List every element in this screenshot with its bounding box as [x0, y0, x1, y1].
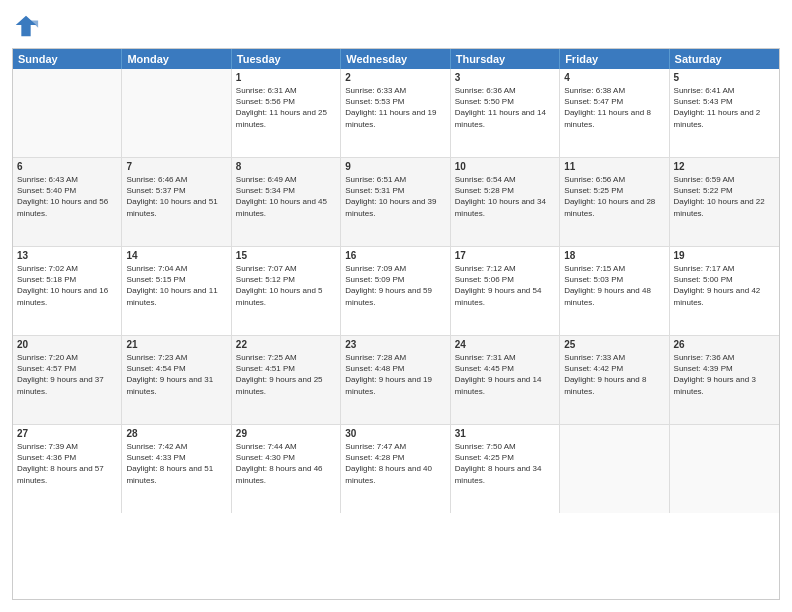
header-day-saturday: Saturday	[670, 49, 779, 69]
calendar-cell: 22 Sunrise: 7:25 AMSunset: 4:51 PMDaylig…	[232, 336, 341, 424]
cell-info: Sunrise: 7:31 AMSunset: 4:45 PMDaylight:…	[455, 352, 555, 397]
cell-info: Sunrise: 6:54 AMSunset: 5:28 PMDaylight:…	[455, 174, 555, 219]
day-number: 25	[564, 339, 664, 350]
cell-info: Sunrise: 7:28 AMSunset: 4:48 PMDaylight:…	[345, 352, 445, 397]
header-day-friday: Friday	[560, 49, 669, 69]
calendar-week-4: 20 Sunrise: 7:20 AMSunset: 4:57 PMDaylig…	[13, 336, 779, 425]
cell-info: Sunrise: 7:39 AMSunset: 4:36 PMDaylight:…	[17, 441, 117, 486]
calendar-cell	[560, 425, 669, 513]
header-day-wednesday: Wednesday	[341, 49, 450, 69]
day-number: 27	[17, 428, 117, 439]
cell-info: Sunrise: 7:47 AMSunset: 4:28 PMDaylight:…	[345, 441, 445, 486]
cell-info: Sunrise: 6:41 AMSunset: 5:43 PMDaylight:…	[674, 85, 775, 130]
calendar-cell: 4 Sunrise: 6:38 AMSunset: 5:47 PMDayligh…	[560, 69, 669, 157]
cell-info: Sunrise: 7:23 AMSunset: 4:54 PMDaylight:…	[126, 352, 226, 397]
day-number: 21	[126, 339, 226, 350]
calendar-cell: 7 Sunrise: 6:46 AMSunset: 5:37 PMDayligh…	[122, 158, 231, 246]
calendar-week-3: 13 Sunrise: 7:02 AMSunset: 5:18 PMDaylig…	[13, 247, 779, 336]
calendar-cell: 13 Sunrise: 7:02 AMSunset: 5:18 PMDaylig…	[13, 247, 122, 335]
page-header	[12, 12, 780, 40]
day-number: 23	[345, 339, 445, 350]
day-number: 1	[236, 72, 336, 83]
day-number: 22	[236, 339, 336, 350]
day-number: 20	[17, 339, 117, 350]
calendar-cell	[13, 69, 122, 157]
calendar-cell: 17 Sunrise: 7:12 AMSunset: 5:06 PMDaylig…	[451, 247, 560, 335]
day-number: 10	[455, 161, 555, 172]
calendar-cell: 21 Sunrise: 7:23 AMSunset: 4:54 PMDaylig…	[122, 336, 231, 424]
header-day-sunday: Sunday	[13, 49, 122, 69]
day-number: 2	[345, 72, 445, 83]
cell-info: Sunrise: 7:44 AMSunset: 4:30 PMDaylight:…	[236, 441, 336, 486]
calendar-cell: 10 Sunrise: 6:54 AMSunset: 5:28 PMDaylig…	[451, 158, 560, 246]
day-number: 8	[236, 161, 336, 172]
logo-icon	[12, 12, 40, 40]
day-number: 31	[455, 428, 555, 439]
calendar-cell	[670, 425, 779, 513]
calendar-cell: 3 Sunrise: 6:36 AMSunset: 5:50 PMDayligh…	[451, 69, 560, 157]
calendar-cell: 26 Sunrise: 7:36 AMSunset: 4:39 PMDaylig…	[670, 336, 779, 424]
calendar-cell: 20 Sunrise: 7:20 AMSunset: 4:57 PMDaylig…	[13, 336, 122, 424]
day-number: 28	[126, 428, 226, 439]
calendar-cell: 27 Sunrise: 7:39 AMSunset: 4:36 PMDaylig…	[13, 425, 122, 513]
cell-info: Sunrise: 6:36 AMSunset: 5:50 PMDaylight:…	[455, 85, 555, 130]
calendar-week-1: 1 Sunrise: 6:31 AMSunset: 5:56 PMDayligh…	[13, 69, 779, 158]
day-number: 11	[564, 161, 664, 172]
calendar-cell: 19 Sunrise: 7:17 AMSunset: 5:00 PMDaylig…	[670, 247, 779, 335]
cell-info: Sunrise: 7:09 AMSunset: 5:09 PMDaylight:…	[345, 263, 445, 308]
calendar-body: 1 Sunrise: 6:31 AMSunset: 5:56 PMDayligh…	[13, 69, 779, 513]
calendar-week-2: 6 Sunrise: 6:43 AMSunset: 5:40 PMDayligh…	[13, 158, 779, 247]
cell-info: Sunrise: 6:49 AMSunset: 5:34 PMDaylight:…	[236, 174, 336, 219]
calendar-cell: 30 Sunrise: 7:47 AMSunset: 4:28 PMDaylig…	[341, 425, 450, 513]
calendar-cell: 25 Sunrise: 7:33 AMSunset: 4:42 PMDaylig…	[560, 336, 669, 424]
logo	[12, 12, 44, 40]
calendar-cell: 29 Sunrise: 7:44 AMSunset: 4:30 PMDaylig…	[232, 425, 341, 513]
cell-info: Sunrise: 7:25 AMSunset: 4:51 PMDaylight:…	[236, 352, 336, 397]
cell-info: Sunrise: 6:31 AMSunset: 5:56 PMDaylight:…	[236, 85, 336, 130]
day-number: 24	[455, 339, 555, 350]
day-number: 18	[564, 250, 664, 261]
calendar-cell: 28 Sunrise: 7:42 AMSunset: 4:33 PMDaylig…	[122, 425, 231, 513]
cell-info: Sunrise: 7:50 AMSunset: 4:25 PMDaylight:…	[455, 441, 555, 486]
calendar-cell: 8 Sunrise: 6:49 AMSunset: 5:34 PMDayligh…	[232, 158, 341, 246]
header-day-monday: Monday	[122, 49, 231, 69]
calendar-cell	[122, 69, 231, 157]
calendar-cell: 31 Sunrise: 7:50 AMSunset: 4:25 PMDaylig…	[451, 425, 560, 513]
calendar-cell: 12 Sunrise: 6:59 AMSunset: 5:22 PMDaylig…	[670, 158, 779, 246]
day-number: 4	[564, 72, 664, 83]
day-number: 14	[126, 250, 226, 261]
day-number: 17	[455, 250, 555, 261]
header-day-thursday: Thursday	[451, 49, 560, 69]
calendar: SundayMondayTuesdayWednesdayThursdayFrid…	[12, 48, 780, 600]
day-number: 3	[455, 72, 555, 83]
day-number: 15	[236, 250, 336, 261]
cell-info: Sunrise: 7:36 AMSunset: 4:39 PMDaylight:…	[674, 352, 775, 397]
calendar-cell: 24 Sunrise: 7:31 AMSunset: 4:45 PMDaylig…	[451, 336, 560, 424]
calendar-cell: 15 Sunrise: 7:07 AMSunset: 5:12 PMDaylig…	[232, 247, 341, 335]
day-number: 29	[236, 428, 336, 439]
cell-info: Sunrise: 7:42 AMSunset: 4:33 PMDaylight:…	[126, 441, 226, 486]
cell-info: Sunrise: 6:59 AMSunset: 5:22 PMDaylight:…	[674, 174, 775, 219]
day-number: 5	[674, 72, 775, 83]
cell-info: Sunrise: 7:20 AMSunset: 4:57 PMDaylight:…	[17, 352, 117, 397]
day-number: 9	[345, 161, 445, 172]
cell-info: Sunrise: 7:15 AMSunset: 5:03 PMDaylight:…	[564, 263, 664, 308]
day-number: 12	[674, 161, 775, 172]
header-day-tuesday: Tuesday	[232, 49, 341, 69]
calendar-cell: 9 Sunrise: 6:51 AMSunset: 5:31 PMDayligh…	[341, 158, 450, 246]
cell-info: Sunrise: 7:04 AMSunset: 5:15 PMDaylight:…	[126, 263, 226, 308]
cell-info: Sunrise: 6:38 AMSunset: 5:47 PMDaylight:…	[564, 85, 664, 130]
calendar-cell: 1 Sunrise: 6:31 AMSunset: 5:56 PMDayligh…	[232, 69, 341, 157]
cell-info: Sunrise: 7:17 AMSunset: 5:00 PMDaylight:…	[674, 263, 775, 308]
cell-info: Sunrise: 6:51 AMSunset: 5:31 PMDaylight:…	[345, 174, 445, 219]
cell-info: Sunrise: 7:12 AMSunset: 5:06 PMDaylight:…	[455, 263, 555, 308]
svg-marker-0	[16, 16, 37, 37]
cell-info: Sunrise: 6:33 AMSunset: 5:53 PMDaylight:…	[345, 85, 445, 130]
cell-info: Sunrise: 7:33 AMSunset: 4:42 PMDaylight:…	[564, 352, 664, 397]
cell-info: Sunrise: 6:46 AMSunset: 5:37 PMDaylight:…	[126, 174, 226, 219]
day-number: 16	[345, 250, 445, 261]
calendar-cell: 18 Sunrise: 7:15 AMSunset: 5:03 PMDaylig…	[560, 247, 669, 335]
calendar-header: SundayMondayTuesdayWednesdayThursdayFrid…	[13, 49, 779, 69]
day-number: 7	[126, 161, 226, 172]
calendar-week-5: 27 Sunrise: 7:39 AMSunset: 4:36 PMDaylig…	[13, 425, 779, 513]
